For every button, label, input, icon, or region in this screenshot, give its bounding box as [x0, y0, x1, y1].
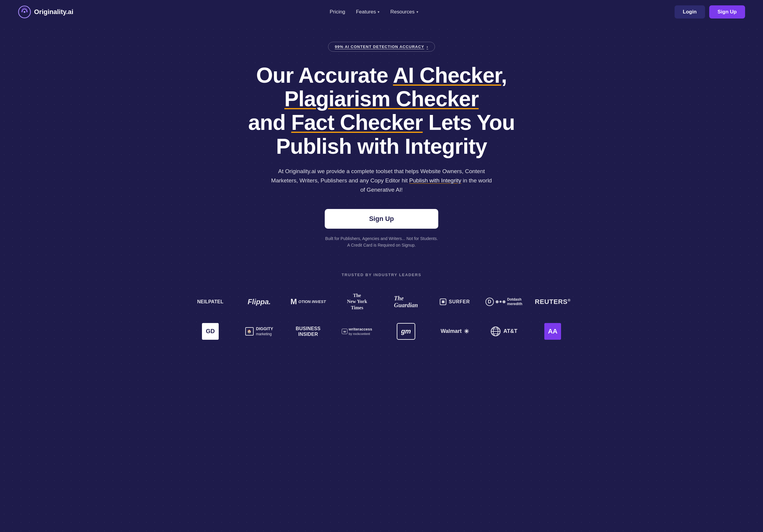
logo-att: AT&T	[481, 323, 527, 340]
walmart-spark-icon: ✳	[464, 328, 469, 335]
logo-icon	[18, 5, 31, 19]
logos-grid: NEILPATEL Flippa. M OTION INVEST TheNew …	[187, 290, 576, 343]
logo-businessinsider: BUSINESSINSIDER	[285, 323, 331, 340]
svg-point-1	[24, 11, 25, 13]
nav-links: Pricing Features ▾ Resources ▾	[330, 9, 418, 15]
navigation: Originality.ai Pricing Features ▾ Resour…	[0, 0, 763, 24]
logo-guardian: TheGuardian	[383, 292, 429, 312]
diggity-icon: 🏠	[245, 327, 254, 335]
accuracy-badge-text: 99% AI CONTENT DETECTION ACCURACY	[335, 44, 424, 49]
logo-neilpatel: NEILPATEL	[187, 296, 233, 308]
logo-surfer: ▦ SURFER	[432, 296, 478, 308]
hero-subtitle: At Originality.ai we provide a complete …	[271, 167, 492, 195]
logo-motioninvest: M OTION INVEST	[285, 294, 331, 309]
nav-actions: Login Sign Up	[675, 5, 745, 19]
logo-diggity: 🏠 DIGGITYmarketing	[236, 323, 282, 339]
hero-title-part2: ,	[501, 63, 507, 87]
hero-note-line2: A Credit Card is Required on Signup.	[347, 243, 416, 247]
accuracy-badge[interactable]: 99% AI CONTENT DETECTION ACCURACY ›	[328, 42, 435, 52]
trusted-section: TRUSTED BY INDUSTRY LEADERS NEILPATEL Fl…	[0, 264, 763, 358]
logo-flippa: Flippa.	[236, 295, 282, 309]
surfer-icon: ▦	[440, 299, 446, 305]
logo-dotdash: D Dotdashmeredith	[481, 294, 527, 309]
logo-gd: GD	[187, 320, 233, 343]
att-globe-icon	[490, 326, 501, 337]
fact-checker-link[interactable]: Fact Checker	[291, 111, 423, 134]
plagiarism-checker-link[interactable]: Plagiarism Checker	[284, 87, 479, 111]
trusted-label: TRUSTED BY INDUSTRY LEADERS	[18, 273, 745, 277]
hero-section: 99% AI CONTENT DETECTION ACCURACY › Our …	[0, 24, 763, 264]
hero-title-part1: Our Accurate	[256, 63, 393, 87]
resources-chevron-icon: ▾	[416, 10, 418, 14]
hero-title: Our Accurate AI Checker, Plagiarism Chec…	[217, 63, 546, 158]
hero-title-part3: and	[248, 111, 291, 134]
logo-gm: gm	[383, 320, 429, 343]
logo-aa: AA	[530, 320, 576, 343]
logo-nyt: TheNew YorkTimes	[334, 290, 380, 314]
features-chevron-icon: ▾	[378, 10, 380, 14]
logo-walmart: Walmart ✳	[432, 325, 478, 338]
login-button[interactable]: Login	[675, 5, 705, 19]
logo-writeraccess: w writeraccessby rockcontent	[334, 324, 380, 339]
logo-reuters: REUTERS®	[530, 295, 576, 309]
ai-checker-link[interactable]: AI Checker	[393, 63, 501, 87]
hero-note-line1: Built for Publishers, Agencies and Write…	[325, 236, 438, 241]
dotdash-b-icon: D	[486, 298, 494, 306]
nav-signup-button[interactable]: Sign Up	[709, 5, 745, 19]
accuracy-badge-arrow: ›	[427, 44, 428, 49]
nav-resources[interactable]: Resources ▾	[390, 9, 418, 15]
logo-link[interactable]: Originality.ai	[18, 5, 73, 19]
nav-pricing[interactable]: Pricing	[330, 9, 345, 15]
publish-integrity-link[interactable]: Publish with Integrity	[409, 177, 461, 184]
nav-features[interactable]: Features ▾	[356, 9, 380, 15]
hero-note: Built for Publishers, Agencies and Write…	[325, 235, 438, 249]
hero-signup-button[interactable]: Sign Up	[325, 209, 438, 229]
logo-text: Originality.ai	[34, 8, 73, 16]
motioninvest-m-icon: M	[290, 297, 297, 306]
